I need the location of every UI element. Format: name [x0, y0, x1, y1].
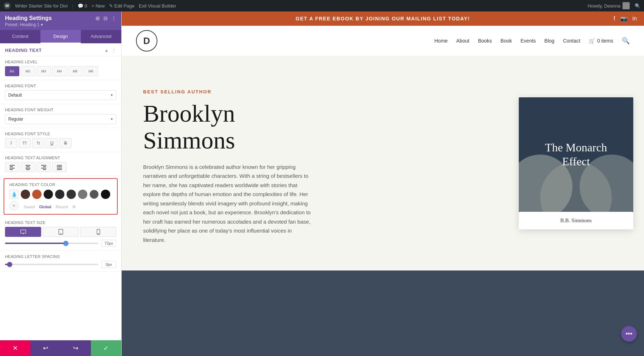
- user-menu[interactable]: Howdy, Deanna 🔍: [587, 2, 640, 9]
- fab-button[interactable]: •••: [621, 326, 637, 342]
- color-swatch-1[interactable]: [21, 190, 30, 199]
- chevron-down-icon: ▾: [41, 22, 43, 27]
- letter-spacing-thumb[interactable]: [7, 262, 12, 267]
- comments-badge[interactable]: 💬 0: [78, 3, 87, 9]
- align-justify-button[interactable]: [52, 162, 67, 172]
- font-style-buttons: I TT Tt U S: [5, 138, 116, 148]
- heading-level-buttons: H1 H2 H3 H4 H5 H6: [5, 66, 116, 76]
- heading-font-style-group: Heading Font Style I TT Tt U S: [0, 128, 121, 152]
- size-desktop-button[interactable]: [5, 227, 41, 237]
- h4-button[interactable]: H4: [52, 66, 67, 76]
- columns-icon[interactable]: ⊟: [103, 15, 108, 21]
- text-size-slider-track[interactable]: [5, 243, 98, 244]
- nav-about[interactable]: About: [456, 38, 469, 44]
- color-gear-icon[interactable]: ⚙: [72, 205, 76, 209]
- collapse-icon[interactable]: ▲: [104, 48, 109, 53]
- svg-rect-12: [57, 165, 62, 166]
- h5-button[interactable]: H5: [68, 66, 82, 76]
- more-icon[interactable]: ⋮: [111, 15, 116, 21]
- color-tab-saved[interactable]: Saved: [24, 205, 35, 209]
- color-tab-global[interactable]: Global: [39, 205, 51, 209]
- new-link[interactable]: + New: [92, 3, 105, 9]
- wordpress-logo[interactable]: W: [4, 2, 11, 9]
- panel-preset[interactable]: Preset: Heading 1 ▾: [5, 22, 116, 27]
- section-more-icon[interactable]: ⋮: [112, 48, 116, 53]
- heading-letter-spacing-group: Heading Letter Spacing: [0, 251, 121, 272]
- text-size-value-input[interactable]: [101, 240, 116, 247]
- search-icon[interactable]: 🔍: [635, 3, 640, 9]
- cancel-button[interactable]: ✕: [0, 340, 30, 356]
- italic-button[interactable]: I: [5, 138, 17, 148]
- svg-rect-16: [20, 230, 25, 233]
- color-swatch-3[interactable]: [44, 190, 53, 199]
- strikethrough-button[interactable]: S: [59, 138, 72, 148]
- nav-books[interactable]: Books: [478, 38, 492, 44]
- save-button[interactable]: ✓: [91, 340, 121, 356]
- left-panel: Heading Settings ⊞ ⊟ ⋮ Preset: Heading 1…: [0, 11, 122, 356]
- svg-rect-13: [57, 166, 62, 167]
- site-logo[interactable]: D: [136, 30, 157, 52]
- color-swatch-5[interactable]: [67, 190, 76, 199]
- fullscreen-icon[interactable]: ⊞: [96, 15, 100, 21]
- nav-links: Home About Books Book Events Blog Contac…: [434, 37, 630, 45]
- h6-button[interactable]: H6: [84, 66, 98, 76]
- undo-button[interactable]: ↩: [30, 340, 61, 356]
- capitalize-button[interactable]: Tt: [32, 138, 44, 148]
- letter-spacing-slider-track[interactable]: [5, 264, 98, 265]
- separator: |: [72, 3, 73, 9]
- nav-book[interactable]: Book: [501, 38, 512, 44]
- color-tab-recent[interactable]: Recent: [55, 205, 68, 209]
- size-mobile-button[interactable]: [80, 227, 116, 237]
- linkedin-icon[interactable]: in: [633, 15, 637, 22]
- color-swatch-2[interactable]: [32, 190, 42, 199]
- redo-button[interactable]: ↪: [61, 340, 91, 356]
- size-tablet-button[interactable]: [43, 227, 79, 237]
- exit-builder-link[interactable]: Exit Visual Builder: [139, 3, 176, 9]
- slider-thumb[interactable]: [63, 241, 68, 246]
- color-swatch-7[interactable]: [89, 190, 99, 199]
- color-add-button[interactable]: +: [9, 201, 19, 210]
- facebook-icon[interactable]: f: [614, 15, 615, 22]
- underline-button[interactable]: U: [46, 138, 58, 148]
- eyedropper-button[interactable]: 💧: [9, 190, 19, 199]
- uppercase-button[interactable]: TT: [19, 138, 31, 148]
- h3-button[interactable]: H3: [36, 66, 51, 76]
- alignment-buttons: [5, 162, 116, 172]
- align-center-button[interactable]: [21, 162, 35, 172]
- nav-search-icon[interactable]: 🔍: [622, 37, 630, 45]
- svg-rect-0: [10, 165, 15, 166]
- heading-font-weight-group: Heading Font Weight Regular: [0, 104, 121, 128]
- letter-spacing-value-input[interactable]: [101, 261, 116, 268]
- tab-content[interactable]: Content: [0, 30, 40, 43]
- color-swatch-6[interactable]: [78, 190, 87, 199]
- nav-home[interactable]: Home: [434, 38, 448, 44]
- nav-contact[interactable]: Contact: [563, 38, 580, 44]
- h1-button[interactable]: H1: [5, 66, 19, 76]
- nav-cart[interactable]: 🛒 0 items: [589, 38, 613, 44]
- svg-rect-7: [26, 169, 30, 170]
- heading-text-color-section: Heading Text Color 💧 + Saved: [4, 178, 118, 215]
- align-right-icon: [41, 164, 47, 170]
- heading-font-select[interactable]: Default: [5, 90, 116, 100]
- mobile-icon: [96, 229, 101, 235]
- heading-font-weight-select[interactable]: Regular: [5, 114, 116, 124]
- tab-advanced[interactable]: Advanced: [81, 30, 121, 43]
- svg-rect-9: [43, 166, 46, 167]
- panel-header-icons: ⊞ ⊟ ⋮: [96, 15, 116, 21]
- tab-design[interactable]: Design: [40, 30, 81, 43]
- instagram-icon[interactable]: 📷: [620, 15, 628, 22]
- svg-rect-15: [57, 169, 62, 170]
- h2-button[interactable]: H2: [21, 66, 35, 76]
- nav-events[interactable]: Events: [521, 38, 536, 44]
- heading-level-label: Heading Level: [5, 60, 116, 64]
- color-swatch-8[interactable]: [101, 190, 110, 199]
- color-swatch-4[interactable]: [55, 190, 64, 199]
- edit-page-link[interactable]: ✎ Edit Page: [109, 3, 135, 9]
- panel-tabs: Content Design Advanced: [0, 30, 121, 43]
- cart-count: 0 items: [597, 38, 613, 44]
- nav-blog[interactable]: Blog: [545, 38, 555, 44]
- align-right-button[interactable]: [36, 162, 51, 172]
- svg-rect-4: [25, 165, 30, 166]
- book-card: The Monarch Effect B.B. Simmons: [519, 97, 633, 229]
- align-left-button[interactable]: [5, 162, 19, 172]
